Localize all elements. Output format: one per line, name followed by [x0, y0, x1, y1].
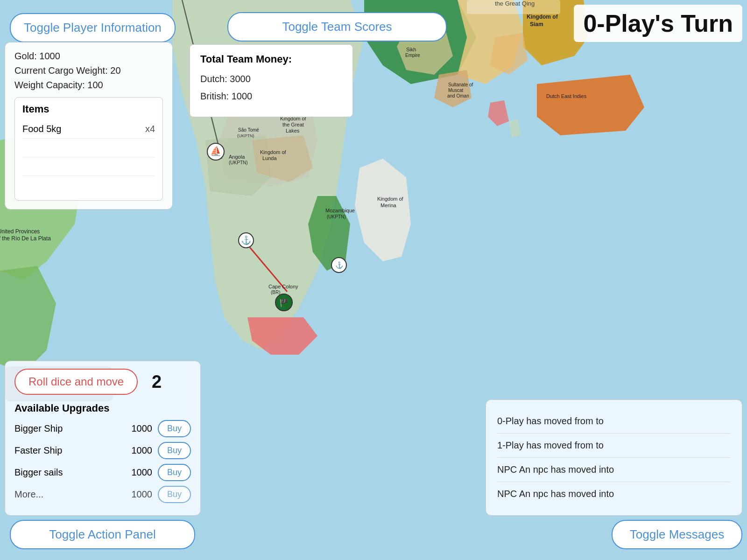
item-name: Food 5kg [22, 124, 61, 134]
cargo-weight-stat: Current Cargo Weight: 20 [14, 65, 163, 76]
buy-button-3[interactable]: Buy [158, 486, 191, 503]
dice-value: 2 [152, 372, 162, 392]
player-info-panel: Gold: 1000 Current Cargo Weight: 20 Weig… [5, 42, 173, 210]
british-score: British: 1000 [200, 91, 342, 102]
upgrade-name-1: Faster Ship [14, 445, 120, 456]
weight-capacity-stat: Weight Capacity: 100 [14, 80, 163, 91]
upgrade-row-0: Bigger Ship 1000 Buy [14, 420, 191, 437]
item-quantity: x4 [145, 124, 155, 134]
message-line-1: 1-Play has moved from to [497, 434, 731, 458]
items-title: Items [22, 103, 155, 115]
turn-indicator: 0-Play's Turn [574, 5, 742, 42]
upgrade-row-3: More... 1000 Buy [14, 486, 191, 503]
roll-dice-button[interactable]: Roll dice and move [14, 369, 138, 395]
message-line-3: NPC An npc has moved into [497, 482, 731, 506]
upgrade-row-1: Faster Ship 1000 Buy [14, 442, 191, 459]
toggle-action-panel-button[interactable]: Toggle Action Panel [10, 520, 195, 549]
toggle-player-info-button[interactable]: Toggle Player Information [10, 13, 176, 42]
buy-button-1[interactable]: Buy [158, 442, 191, 459]
message-line-2: NPC An npc has moved into [497, 458, 731, 482]
buy-button-0[interactable]: Buy [158, 420, 191, 437]
gold-stat: Gold: 1000 [14, 51, 163, 62]
item-row-empty-3 [22, 176, 155, 195]
message-line-0: 0-Play has moved from to [497, 409, 731, 434]
upgrade-cost-0: 1000 [120, 423, 152, 434]
item-row-empty-2 [22, 157, 155, 176]
items-section: Items Food 5kg x4 [14, 97, 163, 201]
upgrade-cost-1: 1000 [120, 445, 152, 456]
team-scores-title: Total Team Money: [200, 53, 342, 65]
upgrade-cost-2: 1000 [120, 467, 152, 478]
toggle-messages-button[interactable]: Toggle Messages [612, 520, 742, 549]
buy-button-2[interactable]: Buy [158, 464, 191, 481]
upgrade-name-3: More... [14, 489, 120, 500]
upgrade-name-0: Bigger Ship [14, 423, 120, 434]
item-row-empty-1 [22, 139, 155, 157]
messages-panel: 0-Play has moved from to 1-Play has move… [486, 399, 742, 516]
team-scores-panel: Total Team Money: Dutch: 3000 British: 1… [190, 44, 353, 117]
toggle-team-scores-button[interactable]: Toggle Team Scores [227, 12, 447, 42]
dutch-score: Dutch: 3000 [200, 74, 342, 84]
upgrade-row-2: Bigger sails 1000 Buy [14, 464, 191, 481]
upgrade-cost-3: 1000 [120, 489, 152, 500]
item-row: Food 5kg x4 [22, 120, 155, 139]
upgrade-name-2: Bigger sails [14, 467, 120, 478]
action-panel: Roll dice and move 2 Available Upgrades … [5, 361, 201, 516]
upgrades-title: Available Upgrades [14, 402, 191, 414]
